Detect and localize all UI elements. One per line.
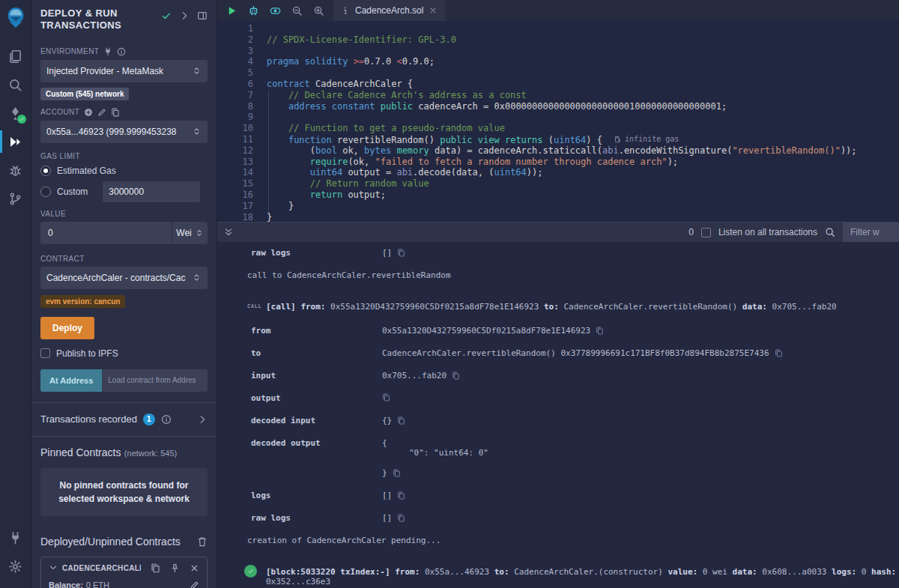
info-icon[interactable] (117, 47, 126, 56)
terminal-toolbar: 0 Listen on all transactions (217, 222, 899, 242)
estimated-gas-radio[interactable] (40, 166, 51, 176)
tab-cadencearch[interactable]: CadenceArch.sol (333, 0, 445, 21)
sign-message-icon[interactable] (97, 108, 106, 117)
log-field-row: raw logs[] (247, 248, 899, 258)
deploy-button[interactable]: Deploy (40, 317, 94, 339)
ai-assistant-icon[interactable] (248, 5, 259, 16)
custom-gas-label: Custom (57, 187, 88, 197)
code-line: 6contract CadenceArchCaler { (217, 79, 899, 90)
stepper-icon (192, 66, 202, 76)
copy-icon[interactable] (382, 393, 390, 401)
remix-ide-window: DEPLOY & RUN TRANSACTIONS ENVIRONMENT In… (0, 0, 899, 588)
pin-icon[interactable] (170, 563, 180, 573)
copy-icon[interactable] (397, 416, 405, 425)
publish-ipfs-label: Publish to IPFS (56, 348, 118, 359)
deploy-run-icon[interactable] (0, 127, 31, 156)
block-transaction-row: [block:5033220 txIndex:-] from: 0x55a...… (247, 567, 899, 587)
deploy-run-panel: DEPLOY & RUN TRANSACTIONS ENVIRONMENT In… (31, 0, 217, 588)
info-icon[interactable] (161, 414, 172, 425)
debugger-icon[interactable] (0, 156, 31, 184)
zoom-in-icon[interactable] (313, 5, 324, 16)
listen-all-checkbox[interactable] (701, 228, 711, 237)
chevron-right-icon[interactable] (197, 414, 208, 425)
chevron-right-icon[interactable] (179, 10, 190, 21)
copy-icon[interactable] (452, 372, 460, 380)
code-line: 15 // Return random value (217, 178, 899, 190)
gas-pump-icon (614, 136, 622, 143)
at-address-input[interactable] (102, 369, 208, 392)
file-explorer-icon[interactable] (0, 42, 31, 70)
rail-top-group (0, 42, 31, 213)
code-line: 16 return output; (217, 190, 899, 201)
tab-label: CadenceArch.sol (355, 5, 423, 16)
trash-icon[interactable] (197, 536, 208, 547)
copy-icon[interactable] (397, 249, 405, 257)
search-icon[interactable] (825, 227, 835, 237)
icon-rail (0, 0, 31, 588)
run-script-icon[interactable] (226, 5, 237, 16)
panel-title: DEPLOY & RUN TRANSACTIONS (40, 7, 153, 32)
close-icon[interactable] (190, 563, 199, 573)
value-unit-select[interactable]: Wei (172, 222, 208, 244)
publish-ipfs-checkbox[interactable] (40, 348, 50, 358)
copy-icon[interactable] (393, 469, 401, 477)
solidity-compiler-icon[interactable] (0, 99, 31, 127)
gas-limit-label: GAS LIMIT (40, 152, 80, 160)
custom-gas-radio[interactable] (40, 187, 51, 197)
search-icon[interactable] (0, 70, 31, 99)
evm-version-badge: evm version: cancun (40, 295, 125, 308)
balance-label: Balance: (49, 581, 83, 588)
code-line: 4pragma solidity >=0.7.0 <0.9.0; (217, 56, 899, 67)
copy-account-icon[interactable] (111, 108, 120, 117)
solidity-file-icon (341, 6, 350, 15)
remix-logo-icon (4, 6, 27, 28)
balance-value: 0 ETH (86, 581, 109, 588)
copy-icon[interactable] (151, 563, 160, 573)
value-label: VALUE (40, 210, 66, 218)
close-tab-icon[interactable] (429, 6, 438, 15)
plug-icon[interactable] (103, 47, 112, 56)
custom-gas-input[interactable] (103, 181, 200, 202)
log-text-row: call to CadenceArchCaler.revertibleRando… (247, 270, 899, 280)
listen-all-label: Listen on all transactions (718, 227, 817, 237)
at-address-button[interactable]: At Address (40, 369, 102, 392)
zoom-out-icon[interactable] (291, 5, 303, 16)
double-chevron-down-icon[interactable] (223, 227, 234, 237)
infinite-gas-annotation: infinite gas (614, 134, 679, 145)
copy-icon[interactable] (397, 491, 405, 500)
toggle-icon[interactable] (270, 5, 281, 16)
contract-select[interactable]: CadenceArchCaler - contracts/Cac (40, 267, 208, 289)
code-line: 13 require(ok, "failed to fetch a random… (217, 157, 899, 168)
stepper-icon (192, 127, 202, 136)
pin-panel-icon[interactable] (197, 10, 208, 21)
add-account-icon[interactable] (84, 108, 93, 117)
account-select[interactable]: 0x55a...46923 (999.9999453238 (40, 121, 208, 143)
code-line: 5 (217, 67, 899, 79)
code-line: 18} (217, 212, 899, 222)
check-icon[interactable] (161, 10, 172, 21)
chevron-down-icon[interactable] (49, 563, 58, 572)
settings-icon[interactable] (0, 552, 31, 581)
plugin-manager-icon[interactable] (0, 524, 31, 552)
pencil-icon[interactable] (190, 581, 199, 588)
estimated-gas-label: Estimated Gas (57, 166, 116, 176)
code-editor[interactable]: 12// SPDX-License-Identifier: GPL-3.034p… (217, 21, 899, 222)
copy-icon[interactable] (775, 349, 783, 357)
transaction-count: 0 (688, 227, 694, 237)
copy-icon[interactable] (397, 514, 405, 522)
log-field-row-multiline: decoded output{"0": "uint64: 0"} (247, 438, 899, 478)
code-line: 8 address constant public cadenceArch = … (217, 101, 899, 112)
transactions-count-badge: 1 (143, 413, 155, 425)
value-input[interactable] (40, 222, 172, 244)
copy-icon[interactable] (596, 327, 604, 335)
environment-label: ENVIRONMENT (40, 47, 99, 55)
code-line: 12 (bool ok, bytes memory data) = cadenc… (217, 145, 899, 157)
pinned-network-suffix: (network: 545) (124, 449, 177, 458)
git-branch-icon[interactable] (0, 184, 31, 213)
deployed-contracts-title: Deployed/Unpinned Contracts (40, 536, 181, 548)
deployed-contracts-header: Deployed/Unpinned Contracts (31, 525, 217, 551)
filter-input[interactable] (843, 222, 899, 242)
environment-select[interactable]: Injected Provider - MetaMask (40, 60, 208, 82)
network-badge: Custom (545) network (40, 88, 129, 100)
call-log-row: call[call] from: 0x55a1320D432759960C5Df… (247, 302, 899, 312)
